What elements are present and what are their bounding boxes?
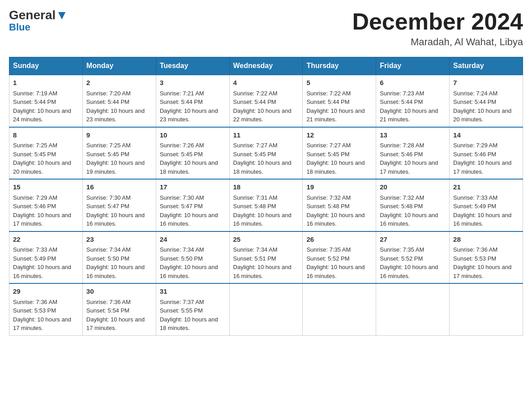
sunset-info: Sunset: 5:44 PM — [233, 98, 299, 107]
sunset-info: Sunset: 5:52 PM — [380, 254, 446, 263]
sunset-info: Sunset: 5:44 PM — [86, 98, 152, 107]
calendar-cell: 27Sunrise: 7:35 AMSunset: 5:52 PMDayligh… — [376, 231, 450, 284]
day-number: 11 — [233, 130, 299, 141]
day-number: 26 — [306, 235, 372, 245]
calendar-cell: 14Sunrise: 7:29 AMSunset: 5:46 PMDayligh… — [450, 127, 523, 180]
daylight-info: Daylight: 10 hours and 17 minutes. — [13, 315, 79, 333]
calendar-week-row: 8Sunrise: 7:25 AMSunset: 5:45 PMDaylight… — [9, 127, 523, 180]
daylight-info: Daylight: 10 hours and 17 minutes. — [453, 158, 519, 176]
sunset-info: Sunset: 5:44 PM — [306, 98, 372, 107]
calendar-cell: 10Sunrise: 7:26 AMSunset: 5:45 PMDayligh… — [156, 127, 229, 180]
daylight-info: Daylight: 10 hours and 20 minutes. — [13, 158, 79, 176]
sunrise-info: Sunrise: 7:36 AM — [86, 298, 152, 307]
sunset-info: Sunset: 5:48 PM — [380, 202, 446, 211]
day-number: 3 — [160, 78, 226, 88]
day-number: 1 — [13, 78, 79, 88]
sunset-info: Sunset: 5:47 PM — [86, 202, 152, 211]
daylight-info: Daylight: 10 hours and 18 minutes. — [306, 158, 372, 176]
daylight-info: Daylight: 10 hours and 16 minutes. — [13, 263, 79, 280]
col-tuesday: Tuesday — [156, 57, 229, 75]
sunset-info: Sunset: 5:46 PM — [380, 150, 446, 159]
day-number: 27 — [380, 235, 446, 245]
daylight-info: Daylight: 10 hours and 16 minutes. — [453, 211, 519, 228]
daylight-info: Daylight: 10 hours and 17 minutes. — [380, 158, 446, 176]
sunset-info: Sunset: 5:45 PM — [160, 150, 226, 159]
sunset-info: Sunset: 5:53 PM — [453, 254, 519, 263]
sunset-info: Sunset: 5:49 PM — [453, 202, 519, 211]
sunrise-info: Sunrise: 7:22 AM — [233, 89, 299, 98]
sunrise-info: Sunrise: 7:29 AM — [453, 141, 519, 150]
calendar-week-row: 29Sunrise: 7:36 AMSunset: 5:53 PMDayligh… — [9, 283, 523, 335]
logo: General▼ Blue — [9, 9, 68, 33]
calendar-cell: 19Sunrise: 7:32 AMSunset: 5:48 PMDayligh… — [303, 179, 376, 231]
calendar-cell: 13Sunrise: 7:28 AMSunset: 5:46 PMDayligh… — [376, 127, 450, 180]
sunrise-info: Sunrise: 7:36 AM — [453, 245, 519, 254]
day-number: 22 — [13, 235, 79, 245]
calendar-cell: 2Sunrise: 7:20 AMSunset: 5:44 PMDaylight… — [82, 75, 156, 127]
daylight-info: Daylight: 10 hours and 24 minutes. — [13, 107, 79, 124]
daylight-info: Daylight: 10 hours and 19 minutes. — [86, 158, 152, 176]
sunrise-info: Sunrise: 7:26 AM — [160, 141, 226, 150]
calendar-cell: 28Sunrise: 7:36 AMSunset: 5:53 PMDayligh… — [450, 231, 523, 284]
sunrise-info: Sunrise: 7:23 AM — [380, 89, 446, 98]
sunset-info: Sunset: 5:50 PM — [86, 254, 152, 263]
logo-general: General▼ — [9, 9, 68, 21]
day-number: 9 — [86, 130, 152, 141]
day-number: 8 — [13, 130, 79, 141]
sunrise-info: Sunrise: 7:21 AM — [160, 89, 226, 98]
sunrise-info: Sunrise: 7:37 AM — [160, 298, 226, 307]
calendar-cell: 31Sunrise: 7:37 AMSunset: 5:55 PMDayligh… — [156, 283, 229, 335]
calendar-cell: 1Sunrise: 7:19 AMSunset: 5:44 PMDaylight… — [9, 75, 83, 127]
sunset-info: Sunset: 5:53 PM — [13, 306, 79, 315]
sunrise-info: Sunrise: 7:30 AM — [160, 193, 226, 202]
day-number: 21 — [453, 182, 519, 193]
sunrise-info: Sunrise: 7:36 AM — [13, 298, 79, 307]
daylight-info: Daylight: 10 hours and 16 minutes. — [86, 211, 152, 228]
day-number: 17 — [160, 182, 226, 193]
daylight-info: Daylight: 10 hours and 20 minutes. — [453, 107, 519, 124]
sunrise-info: Sunrise: 7:24 AM — [453, 89, 519, 98]
daylight-info: Daylight: 10 hours and 16 minutes. — [380, 263, 446, 280]
daylight-info: Daylight: 10 hours and 18 minutes. — [160, 315, 226, 333]
day-number: 5 — [306, 78, 372, 88]
sunrise-info: Sunrise: 7:35 AM — [306, 245, 372, 254]
col-saturday: Saturday — [450, 57, 523, 75]
sunrise-info: Sunrise: 7:20 AM — [86, 89, 152, 98]
day-number: 20 — [380, 182, 446, 193]
calendar-cell: 3Sunrise: 7:21 AMSunset: 5:44 PMDaylight… — [156, 75, 229, 127]
calendar-cell: 11Sunrise: 7:27 AMSunset: 5:45 PMDayligh… — [229, 127, 303, 180]
calendar-cell: 4Sunrise: 7:22 AMSunset: 5:44 PMDaylight… — [229, 75, 303, 127]
title-block: December 2024 Maradah, Al Wahat, Libya — [352, 9, 523, 48]
calendar-cell: 30Sunrise: 7:36 AMSunset: 5:54 PMDayligh… — [82, 283, 156, 335]
sunrise-info: Sunrise: 7:32 AM — [306, 193, 372, 202]
sunrise-info: Sunrise: 7:27 AM — [233, 141, 299, 150]
col-sunday: Sunday — [9, 57, 83, 75]
sunset-info: Sunset: 5:44 PM — [13, 98, 79, 107]
sunset-info: Sunset: 5:51 PM — [233, 254, 299, 263]
calendar-week-row: 1Sunrise: 7:19 AMSunset: 5:44 PMDaylight… — [9, 75, 523, 127]
sunrise-info: Sunrise: 7:33 AM — [453, 193, 519, 202]
sunrise-info: Sunrise: 7:33 AM — [13, 245, 79, 254]
day-number: 14 — [453, 130, 519, 141]
calendar-cell: 17Sunrise: 7:30 AMSunset: 5:47 PMDayligh… — [156, 179, 229, 231]
col-wednesday: Wednesday — [229, 57, 303, 75]
sunset-info: Sunset: 5:49 PM — [13, 254, 79, 263]
month-title: December 2024 — [352, 9, 523, 34]
sunset-info: Sunset: 5:54 PM — [86, 306, 152, 315]
daylight-info: Daylight: 10 hours and 16 minutes. — [160, 211, 226, 228]
daylight-info: Daylight: 10 hours and 17 minutes. — [86, 315, 152, 333]
sunrise-info: Sunrise: 7:35 AM — [380, 245, 446, 254]
day-number: 23 — [86, 235, 152, 245]
day-number: 18 — [233, 182, 299, 193]
calendar-week-row: 15Sunrise: 7:29 AMSunset: 5:46 PMDayligh… — [9, 179, 523, 231]
calendar-cell: 8Sunrise: 7:25 AMSunset: 5:45 PMDaylight… — [9, 127, 83, 180]
day-number: 30 — [86, 287, 152, 297]
daylight-info: Daylight: 10 hours and 23 minutes. — [86, 107, 152, 124]
day-number: 25 — [233, 235, 299, 245]
sunrise-info: Sunrise: 7:34 AM — [233, 245, 299, 254]
sunset-info: Sunset: 5:48 PM — [306, 202, 372, 211]
calendar-cell: 6Sunrise: 7:23 AMSunset: 5:44 PMDaylight… — [376, 75, 450, 127]
sunset-info: Sunset: 5:46 PM — [453, 150, 519, 159]
daylight-info: Daylight: 10 hours and 16 minutes. — [233, 263, 299, 280]
calendar-cell — [376, 283, 450, 335]
